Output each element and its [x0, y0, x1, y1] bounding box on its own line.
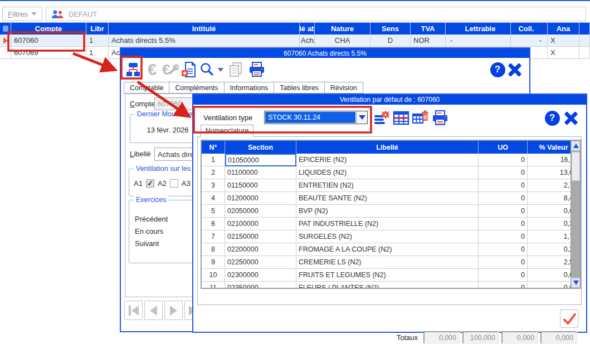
cell-libelle[interactable]: ENTRETIEN (N2): [296, 179, 479, 192]
first-record-button[interactable]: [124, 301, 143, 320]
cell-section[interactable]: 02300000: [225, 269, 296, 282]
scrollbar-thumb[interactable]: [572, 152, 580, 181]
cell-uo[interactable]: 0: [479, 154, 528, 166]
combobox-dropdown-button[interactable]: [356, 111, 367, 124]
exercice-en-cours[interactable]: En cours: [135, 227, 163, 235]
header-libelle[interactable]: Libr: [86, 23, 109, 35]
cell-libelle[interactable]: LIQUIDES (N2): [296, 166, 479, 179]
cell-uo[interactable]: 0: [479, 256, 528, 269]
previous-record-button[interactable]: [144, 301, 163, 320]
header-intitule[interactable]: Intitulé: [109, 23, 300, 35]
nomenclature-row[interactable]: 2 01100000 LIQUIDES (N2) 0 13,09: [202, 166, 580, 179]
select-all-header[interactable]: [0, 23, 11, 35]
validate-button[interactable]: [560, 309, 578, 328]
cell-uo[interactable]: 0: [479, 282, 528, 289]
cell-libelle[interactable]: FRUITS ET LEGUMES (N2): [296, 269, 479, 282]
scroll-down-button[interactable]: [571, 278, 581, 288]
cell-uo[interactable]: 0: [479, 243, 528, 256]
tab-nomenclature[interactable]: Nomenclature: [201, 125, 253, 137]
cell-section[interactable]: 02050000: [225, 205, 296, 218]
add-document-button[interactable]: [180, 60, 198, 79]
header-n[interactable]: N°: [202, 141, 225, 154]
ventilation-settings-button[interactable]: [373, 109, 391, 127]
cell-libelle[interactable]: SURGELES (N2): [296, 230, 479, 243]
cell-section[interactable]: 02250000: [225, 256, 296, 269]
cell-sens[interactable]: D: [370, 35, 411, 47]
cell-section[interactable]: 01100000: [225, 166, 296, 179]
cell-section[interactable]: 01200000: [225, 192, 296, 205]
cell-uo[interactable]: 0: [479, 166, 528, 179]
cell-libelle[interactable]: FLEURS / PLANTES (N2): [296, 282, 479, 289]
cell-nature[interactable]: CHA: [315, 35, 370, 47]
cell-intitule[interactable]: Achats directs 5.5%: [109, 35, 300, 47]
nomenclature-row[interactable]: 3 01150000 ENTRETIEN (N2) 0 2,71: [202, 179, 580, 192]
header-compte[interactable]: Compte: [11, 23, 86, 35]
cell-libelle[interactable]: PAT INDUSTRIELLE (N2): [296, 218, 479, 230]
header-sens[interactable]: Sens: [370, 23, 411, 35]
cell-uo[interactable]: 0: [479, 179, 528, 192]
nomenclature-row[interactable]: 7 02150000 SURGELES (N2) 0 1,78: [202, 230, 580, 243]
nomenclature-row[interactable]: 5 02050000 BVP (N2) 0 0,69: [202, 205, 580, 218]
cell-section[interactable]: 01150000: [225, 179, 296, 192]
header-nature[interactable]: Nature: [315, 23, 370, 35]
grid-button[interactable]: [392, 109, 410, 127]
exercice-suivant[interactable]: Suivant: [135, 239, 159, 248]
cell-coll[interactable]: -: [511, 35, 548, 47]
nomenclature-row[interactable]: 6 02100000 PAT INDUSTRIELLE (N2) 0 0,36: [202, 218, 580, 230]
header-tva[interactable]: TVA: [411, 23, 446, 35]
cell-libelle[interactable]: BVP (N2): [296, 205, 479, 218]
cell-libelle[interactable]: BEAUTE SANTE (N2): [296, 192, 479, 205]
header-coll[interactable]: Coll.: [511, 23, 548, 35]
cell-compte[interactable]: 607069: [11, 47, 86, 59]
print-ventilation-button[interactable]: [431, 109, 449, 127]
filtres-button[interactable]: Filtres: [2, 7, 42, 21]
cell-ana[interactable]: X: [548, 47, 579, 59]
exercice-precedent[interactable]: Précédent: [135, 215, 168, 223]
cell-section[interactable]: 02350000: [225, 282, 296, 289]
cell-compte[interactable]: 607060: [11, 35, 86, 47]
nomenclature-row[interactable]: 1 01050000 EPICERIE (N2) 0 16,11: [202, 154, 580, 166]
table-row[interactable]: 607060 1 Achats directs 5.5% Acha CHA D …: [0, 35, 590, 47]
print-button[interactable]: [248, 60, 266, 79]
ventilation-type-combobox[interactable]: STOCK 30.11.24: [264, 111, 368, 124]
nomenclature-row[interactable]: 8 02200000 FROMAGE A LA COUPE (N2) 0 0,2…: [202, 243, 580, 256]
nomenclature-row[interactable]: 10 02300000 FRUITS ET LEGUMES (N2) 0 0,6…: [202, 269, 580, 282]
header-uo[interactable]: UO: [479, 141, 528, 154]
header-lettrable[interactable]: Lettrable: [446, 23, 511, 35]
header-libelle[interactable]: Libellé: [296, 141, 479, 154]
ventilation-button[interactable]: [124, 60, 142, 79]
cell-libelle[interactable]: CREMERIE LS (N2): [296, 256, 479, 269]
cell-ana[interactable]: X: [548, 35, 579, 47]
help-button[interactable]: [489, 60, 506, 79]
axis-checkbox[interactable]: [146, 179, 154, 188]
header-ana[interactable]: Ana: [548, 23, 579, 35]
cell-libelle[interactable]: FROMAGE A LA COUPE (N2): [296, 243, 479, 256]
cell-uo[interactable]: 0: [479, 269, 528, 282]
profile-filter-field[interactable]: DEFAUT: [46, 7, 586, 21]
tab[interactable]: Comptable: [124, 82, 169, 94]
table-scrollbar[interactable]: [571, 141, 580, 288]
tab[interactable]: Informations: [225, 82, 275, 94]
nomenclature-row[interactable]: 11 02350000 FLEURS / PLANTES (N2) 0 0,07: [202, 282, 580, 289]
tab[interactable]: Tables libres: [274, 82, 324, 94]
cell-libelle-abrege[interactable]: Acha: [300, 35, 315, 47]
cell-lib[interactable]: 1: [86, 35, 109, 47]
close-button[interactable]: [506, 60, 524, 79]
delete-grid-button[interactable]: [412, 109, 430, 127]
search-button[interactable]: [199, 60, 214, 79]
header-libelle-abrege[interactable]: lé ab: [300, 23, 315, 35]
cell-tva[interactable]: NOR: [411, 35, 446, 47]
tab[interactable]: Révision: [325, 82, 363, 94]
header-section[interactable]: Section: [225, 141, 296, 154]
nomenclature-row[interactable]: 9 02250000 CREMERIE LS (N2) 0 2,53: [202, 256, 580, 269]
cell-section[interactable]: 02100000: [225, 218, 296, 230]
help-button[interactable]: [543, 109, 561, 127]
scroll-up-button[interactable]: [571, 141, 581, 151]
cell-section[interactable]: 02200000: [225, 243, 296, 256]
cell-uo[interactable]: 0: [479, 230, 528, 243]
tab[interactable]: Compléments: [169, 82, 224, 94]
cell-section[interactable]: 01050000: [225, 154, 296, 166]
cell-libelle[interactable]: EPICERIE (N2): [296, 154, 479, 166]
cell-uo[interactable]: 0: [479, 218, 528, 230]
nomenclature-row[interactable]: 4 01200000 BEAUTE SANTE (N2) 0 8,46: [202, 192, 580, 205]
